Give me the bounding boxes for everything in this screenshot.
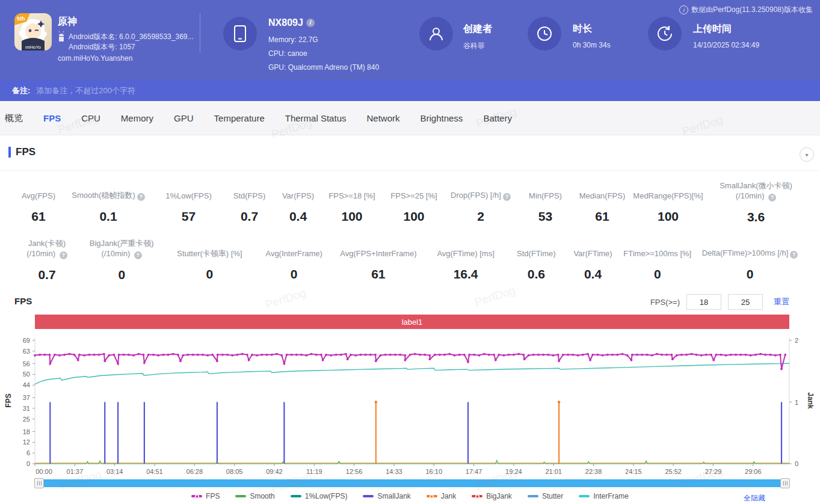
stat-cell: SmallJank(微小卡顿)(/10min) ?3.6 [706,180,806,224]
svg-text:25: 25 [23,416,30,423]
stat-value: 61 [14,209,63,224]
stat-cell: Delta(FTime)>100ms [/h]?0 [694,238,806,282]
svg-text:18: 18 [23,428,30,435]
fps-threshold-controls: FPS(>=) 重置 [650,294,789,310]
fps-threshold-input-1[interactable] [686,294,721,310]
android-version-code: Android版本号: 1057 [69,42,135,52]
stat-label: Jank(卡顿)(/10min) ? [14,238,79,259]
stat-value: 3.6 [706,210,806,224]
tab-cpu[interactable]: CPU [81,113,100,123]
stat-value: 2 [445,209,516,224]
legend-swatch [472,495,482,497]
stat-cell: FPS>=18 [%]100 [321,180,383,224]
stat-label: Min(FPS) [517,180,574,201]
help-icon[interactable]: ? [137,193,145,201]
legend-item-smalljank[interactable]: SmallJank [363,492,410,500]
svg-text:06:28: 06:28 [187,468,203,475]
tab-network[interactable]: Network [366,113,399,123]
legend-item-bigjank[interactable]: BigJank [472,492,512,500]
svg-text:11:19: 11:19 [306,468,322,475]
svg-text:37: 37 [23,394,30,401]
legend-label: 1%Low(FPS) [305,492,348,500]
stat-label: Smooth(稳帧指数)? [63,180,153,201]
note-input[interactable] [35,85,808,96]
stat-cell: Stutter(卡顿率) [%]0 [164,238,255,282]
legend-label: Jank [441,492,456,500]
svg-text:17:47: 17:47 [466,468,482,475]
legend-item-jank[interactable]: Jank [427,492,456,500]
legend-swatch [235,495,246,497]
legend-item-1-low-fps-[interactable]: 1%Low(FPS) [291,492,348,500]
legend-item-interframe[interactable]: InterFrame [579,492,629,500]
stat-label: FTime>=100ms [%] [621,238,694,259]
chart-legend: FPSSmooth1%Low(FPS)SmallJankJankBigJankS… [0,492,820,500]
stat-label: MedRange(FPS)[%] [630,180,706,201]
app-icon-brand: miHoYo [25,45,41,50]
stat-value: 0 [79,268,164,282]
svg-text:04:51: 04:51 [146,468,163,475]
reset-link[interactable]: 重置 [774,297,789,307]
tab-temperature[interactable]: Temperature [214,113,265,123]
tab-overview[interactable]: 概览 [5,112,23,124]
stat-cell: Var(FPS)0.4 [276,180,321,224]
help-icon[interactable]: ? [790,251,798,259]
stat-label: Stutter(卡顿率) [%] [164,238,255,259]
svg-text:24:15: 24:15 [625,468,642,475]
stat-cell: Avg(FPS+InterFrame)61 [333,238,424,282]
help-icon[interactable]: ? [768,194,776,201]
perfdog-report-page: 5th miHoYo 原神 Android版本名: 6.0.0_36598533… [0,0,820,504]
legend-item-smooth[interactable]: Smooth [235,492,274,500]
help-icon[interactable]: ? [503,193,511,201]
stat-cell: Min(FPS)53 [517,180,574,224]
tab-thermal-status[interactable]: Thermal Status [285,113,347,123]
fps-stats-row-1: Avg(FPS)61Smooth(稳帧指数)?0.11%Low(FPS)57St… [14,180,806,224]
stat-value: 61 [575,209,630,224]
collect-info: i 数据由PerfDog(11.3.250908)版本收集 [679,5,813,15]
scrollbar-right-handle[interactable] [780,478,790,488]
svg-text:0: 0 [26,460,30,467]
stat-cell: MedRange(FPS)[%]100 [630,180,706,224]
scrollbar-left-handle[interactable] [34,478,44,488]
android-version-name: Android版本名: 6.0.0_36598533_369... [69,32,193,42]
legend-label: BigJank [486,492,512,500]
help-icon[interactable]: ? [60,251,67,259]
stat-value: 100 [383,209,445,224]
svg-text:69: 69 [23,337,30,344]
legend-item-stutter[interactable]: Stutter [528,492,563,500]
tab-memory[interactable]: Memory [121,113,153,123]
stat-cell: FTime>=100ms [%]0 [621,238,694,282]
device-info-icon[interactable]: i [306,19,315,27]
stat-label: Avg(InterFrame) [256,238,333,259]
fps-threshold-input-2[interactable] [728,294,763,310]
tab-brightness[interactable]: Brightness [421,113,463,123]
stat-cell: Median(FPS)61 [575,180,630,224]
legend-item-fps[interactable]: FPS [191,492,220,500]
stat-label: 1%Low(FPS) [154,180,223,201]
tab-gpu[interactable]: GPU [174,113,194,123]
device-cpu: CPU: canoe [268,49,307,58]
collapse-section-button[interactable]: ▾ [800,147,814,162]
stat-value: 0 [694,267,806,281]
stat-value: 0 [621,267,694,281]
header: 5th miHoYo 原神 Android版本名: 6.0.0_36598533… [0,0,820,80]
stat-cell: FPS>=25 [%]100 [383,180,445,224]
chart-label-banner: label1 [35,315,789,329]
fps-chart[interactable]: 6963565044373125181260210FPSJank00:0001:… [0,331,820,476]
watermark: PerfDog [473,284,517,309]
tab-fps[interactable]: FPS [43,113,61,123]
watermark: PerfDog [264,286,307,312]
chart-scrollbar[interactable] [35,479,789,487]
legend-label: Stutter [542,492,563,500]
hide-all-link[interactable]: 全隐藏 [744,493,765,503]
svg-text:08:05: 08:05 [226,468,243,475]
help-icon[interactable]: ? [134,251,142,259]
section-divider [0,170,820,171]
creator-icon [419,17,453,51]
upload-time-icon [648,17,682,51]
stat-label: Avg(FPS+InterFrame) [333,238,424,259]
stat-value: 0 [164,267,255,281]
header-divider [200,13,200,53]
tab-battery[interactable]: Battery [483,113,512,123]
app-icon: 5th miHoYo [14,13,52,51]
legend-swatch [191,495,202,497]
